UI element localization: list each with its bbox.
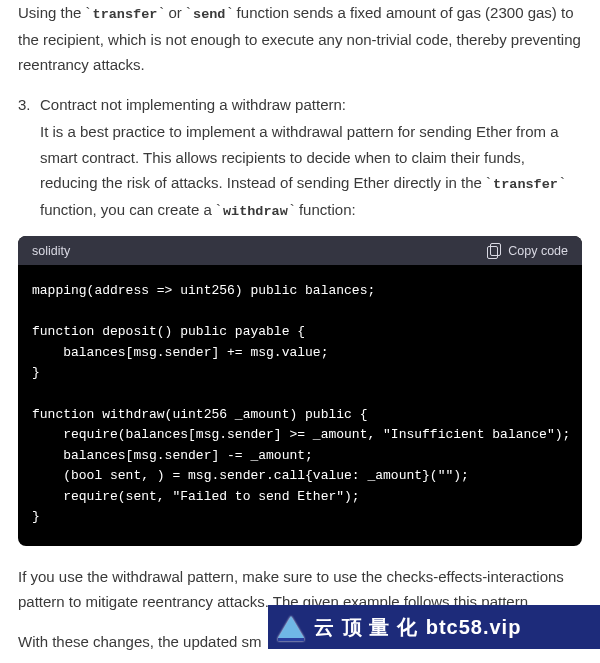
banner-text: 云 顶 量 化 btc58.vip [314, 614, 521, 641]
banner-text-cn: 云 顶 量 化 [314, 614, 418, 641]
inline-code-transfer: transfer [91, 7, 160, 22]
ad-banner[interactable]: 云 顶 量 化 btc58.vip [268, 605, 600, 649]
banner-text-latin: btc58.vip [426, 616, 522, 639]
code-block: solidity Copy code mapping(address => ui… [18, 236, 582, 545]
intro-text-1: Using the [18, 4, 86, 21]
list-item: Contract not implementing a withdraw pat… [18, 92, 582, 224]
list-item-body: It is a best practice to implement a wit… [40, 119, 582, 224]
inline-code-transfer-2: transfer [491, 177, 560, 192]
numbered-list: Contract not implementing a withdraw pat… [18, 92, 582, 224]
copy-code-label: Copy code [508, 244, 568, 258]
li-body-text-3: function: [295, 201, 356, 218]
triangle-logo-icon [278, 616, 304, 638]
code-header: solidity Copy code [18, 236, 582, 265]
clipboard-icon [487, 243, 501, 258]
li-body-text-2: function, you can create a [40, 201, 216, 218]
code-language-label: solidity [32, 244, 70, 258]
intro-text-2: or [164, 4, 186, 21]
copy-code-button[interactable]: Copy code [487, 243, 568, 258]
li-body-text-1: It is a best practice to implement a wit… [40, 123, 559, 191]
inline-code-send: send [191, 7, 227, 22]
code-content[interactable]: mapping(address => uint256) public balan… [18, 265, 582, 545]
list-item-title: Contract not implementing a withdraw pat… [40, 92, 582, 118]
inline-code-withdraw: withdraw [221, 204, 290, 219]
intro-paragraph: Using the `transfer` or `send` function … [18, 0, 582, 78]
